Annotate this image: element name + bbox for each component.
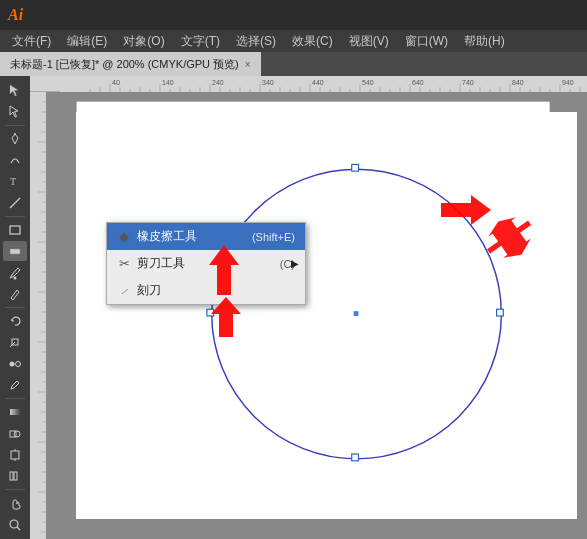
svg-rect-134: [354, 311, 359, 316]
svg-text:640: 640: [412, 79, 424, 86]
document-tab[interactable]: 未标题-1 [已恢复]* @ 200% (CMYK/GPU 预览) ×: [0, 52, 261, 76]
context-menu: ◆ 橡皮擦工具 (Shift+E) ✂ 剪刀工具 (C) ▶ ⟋ 刻刀: [106, 222, 306, 305]
svg-rect-130: [352, 164, 359, 171]
ctx-item-eraser[interactable]: ◆ 橡皮擦工具 (Shift+E): [107, 223, 305, 250]
submenu-arrow-icon: ▶: [291, 258, 299, 269]
ctx-item-knife[interactable]: ⟋ 刻刀: [107, 277, 305, 304]
tool-brush[interactable]: [3, 262, 27, 282]
svg-rect-133: [207, 309, 214, 316]
tool-eraser[interactable]: [3, 241, 27, 261]
svg-rect-3: [10, 226, 20, 234]
menu-select[interactable]: 选择(S): [228, 31, 284, 52]
svg-text:T: T: [10, 176, 16, 187]
toolbar-separator-5: [5, 489, 25, 490]
menu-effect[interactable]: 效果(C): [284, 31, 341, 52]
svg-text:240: 240: [212, 79, 224, 86]
menu-type[interactable]: 文字(T): [173, 31, 228, 52]
tool-rotate[interactable]: [3, 311, 27, 331]
menu-bar: 文件(F) 编辑(E) 对象(O) 文字(T) 选择(S) 效果(C) 视图(V…: [0, 30, 587, 52]
canvas-with-ruler: ◆ 橡皮擦工具 (Shift+E) ✂ 剪刀工具 (C) ▶ ⟋ 刻刀: [30, 92, 587, 539]
svg-line-19: [17, 527, 20, 530]
menu-file[interactable]: 文件(F): [4, 31, 59, 52]
tool-type[interactable]: T: [3, 171, 27, 191]
tab-close-button[interactable]: ×: [245, 59, 251, 70]
tool-eyedropper[interactable]: [3, 375, 27, 395]
ctx-shortcut-eraser: (Shift+E): [232, 231, 295, 243]
svg-text:840: 840: [512, 79, 524, 86]
canvas-area[interactable]: ◆ 橡皮擦工具 (Shift+E) ✂ 剪刀工具 (C) ▶ ⟋ 刻刀: [46, 92, 587, 539]
toolbar: T: [0, 76, 30, 539]
svg-rect-17: [14, 472, 17, 480]
ctx-item-scissors[interactable]: ✂ 剪刀工具 (C) ▶: [107, 250, 305, 277]
tool-columns[interactable]: [3, 466, 27, 486]
tool-selection[interactable]: [3, 80, 27, 100]
toolbar-separator-4: [5, 398, 25, 399]
tool-curvature[interactable]: [3, 150, 27, 170]
svg-text:440: 440: [312, 79, 324, 86]
tab-bar: 未标题-1 [已恢复]* @ 200% (CMYK/GPU 预览) ×: [0, 52, 587, 76]
svg-rect-10: [10, 409, 20, 415]
svg-text:140: 140: [162, 79, 174, 86]
tool-pen[interactable]: [3, 129, 27, 149]
ctx-label-knife: 刻刀: [137, 282, 161, 299]
menu-view[interactable]: 视图(V): [341, 31, 397, 52]
canvas-wrapper: 40140240340440540640740840940: [30, 76, 587, 539]
toolbar-separator-1: [5, 125, 25, 126]
scissors-icon: ✂: [117, 256, 131, 271]
tool-shape-builder[interactable]: [3, 423, 27, 443]
svg-point-0: [14, 133, 16, 135]
svg-rect-131: [497, 309, 504, 316]
ruler-horizontal: 40140240340440540640740840940: [30, 76, 587, 92]
svg-text:40: 40: [112, 79, 120, 86]
tool-gradient[interactable]: [3, 402, 27, 422]
svg-text:540: 540: [362, 79, 374, 86]
svg-point-5: [14, 276, 17, 279]
svg-point-12: [14, 431, 20, 437]
ctx-label-eraser: 橡皮擦工具: [137, 228, 197, 245]
svg-rect-132: [352, 454, 359, 461]
menu-help[interactable]: 帮助(H): [456, 31, 513, 52]
toolbar-separator-2: [5, 216, 25, 217]
svg-point-8: [10, 361, 15, 366]
svg-rect-13: [11, 451, 19, 459]
main-area: T: [0, 76, 587, 539]
tool-scale[interactable]: [3, 332, 27, 352]
title-bar: Ai: [0, 0, 587, 30]
tool-line[interactable]: [3, 192, 27, 212]
svg-text:340: 340: [262, 79, 274, 86]
tool-blend[interactable]: [3, 354, 27, 374]
tab-title: 未标题-1 [已恢复]* @ 200% (CMYK/GPU 预览): [10, 57, 239, 72]
toolbar-separator-3: [5, 307, 25, 308]
ai-logo: Ai: [8, 6, 23, 24]
artwork-canvas: [46, 92, 587, 539]
tool-hand[interactable]: [3, 493, 27, 513]
svg-point-18: [10, 520, 18, 528]
menu-edit[interactable]: 编辑(E): [59, 31, 115, 52]
tool-pencil[interactable]: [3, 284, 27, 304]
knife-icon: ⟋: [117, 285, 131, 297]
svg-rect-16: [10, 472, 13, 480]
svg-text:740: 740: [462, 79, 474, 86]
svg-rect-128: [77, 102, 550, 517]
tool-rect[interactable]: [3, 220, 27, 240]
tool-direct-select[interactable]: [3, 101, 27, 121]
svg-text:940: 940: [562, 79, 574, 86]
svg-rect-4: [10, 249, 20, 254]
tool-artboard[interactable]: [3, 445, 27, 465]
ruler-vertical: [30, 92, 46, 539]
svg-line-2: [10, 198, 20, 208]
svg-point-9: [16, 361, 21, 366]
tool-zoom[interactable]: [3, 515, 27, 535]
eraser-icon: ◆: [117, 229, 131, 244]
menu-window[interactable]: 窗口(W): [397, 31, 456, 52]
ctx-label-scissors: 剪刀工具: [137, 255, 185, 272]
ctx-shortcut-scissors: (C): [260, 258, 295, 270]
menu-object[interactable]: 对象(O): [115, 31, 172, 52]
